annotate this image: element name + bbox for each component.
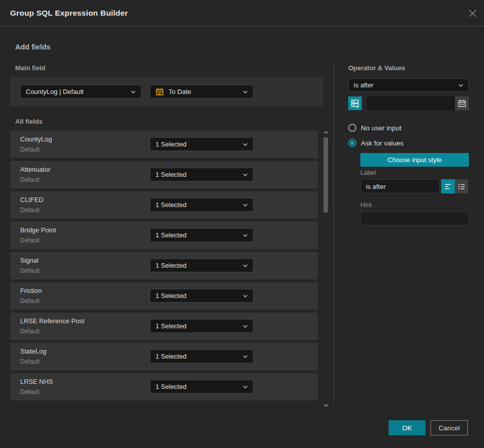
field-row: AttenuatorDefault1 Selected <box>10 161 318 188</box>
field-selection-select[interactable]: 1 Selected <box>150 168 253 181</box>
date-picker-button[interactable] <box>455 96 469 110</box>
field-selection-value: 1 Selected <box>155 292 243 300</box>
chevron-down-icon <box>458 84 463 87</box>
field-name: CLIFED <box>20 196 43 204</box>
field-type: Default <box>20 207 39 214</box>
single-input-style-button[interactable] <box>441 179 455 193</box>
calendar-icon <box>458 99 466 108</box>
field-selection-select[interactable]: 1 Selected <box>150 350 253 363</box>
field-selection-select[interactable]: 1 Selected <box>150 259 253 272</box>
vertical-divider <box>334 63 334 404</box>
chevron-down-icon <box>131 90 136 93</box>
field-row: CountyLogDefault1 Selected <box>10 131 318 158</box>
field-row: LRSE NHSDefault1 Selected <box>10 373 318 401</box>
cancel-button[interactable]: Cancel <box>431 420 468 435</box>
list-input-style-button[interactable] <box>455 179 468 193</box>
hint-caption: Hint <box>360 202 371 209</box>
field-name: Bridge Point <box>20 226 56 234</box>
radio-circle-icon <box>348 139 356 147</box>
field-name: Friction <box>20 287 42 294</box>
field-name: LRSE NHS <box>20 378 53 385</box>
ok-button[interactable]: OK <box>389 420 425 435</box>
field-name: Attenuator <box>20 166 50 173</box>
field-selection-value: 1 Selected <box>155 140 243 148</box>
chevron-down-icon <box>243 173 248 176</box>
field-name: CountyLog <box>20 135 52 143</box>
field-type: Default <box>20 146 39 153</box>
chevron-down-icon <box>243 204 248 207</box>
choose-input-style-button[interactable]: Choose input style <box>360 153 469 167</box>
scrollbar-down-arrow-icon[interactable] <box>324 405 329 407</box>
input-type-button[interactable] <box>348 96 362 110</box>
chevron-down-icon <box>243 264 248 267</box>
main-field-select-value: CountyLog | Default <box>26 88 131 95</box>
field-type: Default <box>20 176 39 183</box>
field-type: Default <box>20 358 39 365</box>
chevron-down-icon <box>243 355 248 358</box>
calendar-icon <box>155 87 164 96</box>
field-selection-select[interactable]: 1 Selected <box>150 319 253 333</box>
field-type: Default <box>20 237 39 244</box>
field-type: Default <box>20 267 39 274</box>
date-field-select-value: To Date <box>169 88 243 95</box>
add-fields-heading: Add fields <box>15 43 50 51</box>
field-row: Bridge PointDefault1 Selected <box>10 222 318 249</box>
field-selection-select[interactable]: 1 Selected <box>150 380 253 393</box>
field-selection-value: 1 Selected <box>155 383 243 390</box>
field-selection-value: 1 Selected <box>155 322 243 330</box>
dialog-title: Group SQL Expression Builder <box>10 0 128 26</box>
hint-input[interactable] <box>360 212 469 226</box>
all-fields-list: CountyLogDefault1 SelectedAttenuatorDefa… <box>10 131 318 404</box>
radio-label: Ask for values <box>361 139 404 147</box>
field-type: Default <box>20 328 39 335</box>
field-name: Signal <box>20 257 38 264</box>
radio-label: No user input <box>361 124 401 132</box>
dialog-header: Group SQL Expression Builder <box>0 0 484 26</box>
close-icon[interactable] <box>467 8 477 18</box>
field-selection-value: 1 Selected <box>155 262 243 269</box>
field-name: LRSE Reference Post <box>20 317 84 325</box>
value-input[interactable] <box>367 96 455 110</box>
field-selection-select[interactable]: 1 Selected <box>150 228 253 242</box>
label-input[interactable] <box>360 179 440 193</box>
scrollbar-thumb[interactable] <box>324 137 328 213</box>
field-row: FrictionDefault1 Selected <box>10 282 318 310</box>
field-type: Default <box>20 297 39 305</box>
stacked-input-icon <box>350 98 360 108</box>
chevron-down-icon <box>243 90 248 93</box>
operator-select[interactable]: is after <box>348 78 469 92</box>
field-name: StateLog <box>20 347 46 355</box>
main-field-select[interactable]: CountyLog | Default <box>20 85 141 98</box>
field-selection-value: 1 Selected <box>155 231 243 239</box>
radio-circle-icon <box>348 124 356 132</box>
field-row: StateLogDefault1 Selected <box>10 343 318 370</box>
field-type: Default <box>20 388 39 395</box>
date-field-select[interactable]: To Date <box>150 85 253 98</box>
list-icon <box>457 182 466 191</box>
field-selection-select[interactable]: 1 Selected <box>150 198 253 212</box>
input-style-toggle-group <box>441 179 468 193</box>
label-caption: Label <box>360 169 376 176</box>
all-fields-label: All fields <box>15 118 42 125</box>
chevron-down-icon <box>243 234 248 237</box>
operator-values-heading: Operator & Values <box>348 64 405 72</box>
field-row: CLIFEDDefault1 Selected <box>10 191 318 219</box>
radio-no-user-input[interactable]: No user input <box>348 124 401 132</box>
field-selection-select[interactable]: 1 Selected <box>150 137 253 151</box>
field-selection-value: 1 Selected <box>155 171 243 178</box>
align-left-icon <box>444 182 452 191</box>
field-selection-value: 1 Selected <box>155 201 243 209</box>
field-selection-select[interactable]: 1 Selected <box>150 289 253 303</box>
operator-select-value: is after <box>354 81 458 89</box>
field-selection-value: 1 Selected <box>155 353 243 360</box>
chevron-down-icon <box>243 294 248 297</box>
scrollbar-up-arrow-icon[interactable] <box>324 131 329 133</box>
main-field-panel: CountyLog | Default To Date <box>10 77 323 106</box>
chevron-down-icon <box>243 385 248 388</box>
radio-ask-for-values[interactable]: Ask for values <box>348 139 404 147</box>
chevron-down-icon <box>243 143 248 146</box>
chevron-down-icon <box>243 325 248 328</box>
field-row: SignalDefault1 Selected <box>10 252 318 279</box>
field-row: LRSE Reference PostDefault1 Selected <box>10 313 318 340</box>
main-field-label: Main field <box>15 64 45 72</box>
